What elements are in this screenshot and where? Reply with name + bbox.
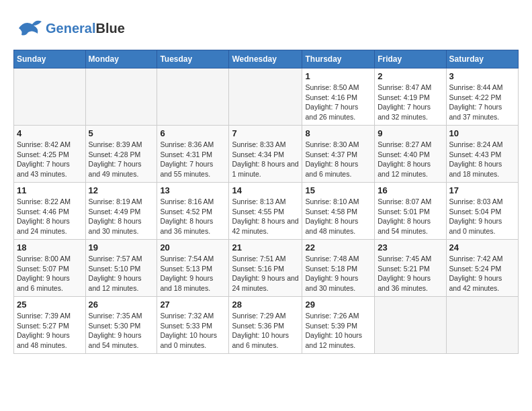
day-info: Sunrise: 8:42 AMSunset: 4:25 PMDaylight:…: [17, 140, 83, 179]
day-info: Sunrise: 8:30 AMSunset: 4:37 PMDaylight:…: [305, 140, 371, 179]
calendar-cell: [85, 68, 157, 126]
calendar-cell: 23Sunrise: 7:45 AMSunset: 5:21 PMDayligh…: [375, 240, 446, 297]
day-info: Sunrise: 7:48 AMSunset: 5:18 PMDaylight:…: [305, 254, 371, 293]
calendar-cell: 10Sunrise: 8:24 AMSunset: 4:43 PMDayligh…: [446, 126, 518, 183]
calendar-cell: 25Sunrise: 7:39 AMSunset: 5:27 PMDayligh…: [14, 297, 86, 354]
day-info: Sunrise: 7:54 AMSunset: 5:13 PMDaylight:…: [160, 254, 226, 293]
calendar-cell: 22Sunrise: 7:48 AMSunset: 5:18 PMDayligh…: [302, 240, 375, 297]
calendar-cell: 7Sunrise: 8:33 AMSunset: 4:34 PMDaylight…: [229, 126, 302, 183]
day-number: 18: [17, 242, 83, 253]
calendar-cell: [157, 68, 229, 126]
day-info: Sunrise: 7:45 AMSunset: 5:21 PMDaylight:…: [378, 254, 443, 293]
day-info: Sunrise: 8:07 AMSunset: 5:01 PMDaylight:…: [378, 197, 443, 236]
day-info: Sunrise: 7:42 AMSunset: 5:24 PMDaylight:…: [449, 254, 515, 293]
day-info: Sunrise: 8:00 AMSunset: 5:07 PMDaylight:…: [17, 254, 83, 293]
calendar-cell: 17Sunrise: 8:03 AMSunset: 5:04 PMDayligh…: [446, 183, 518, 240]
weekday-header-monday: Monday: [85, 50, 157, 68]
logo: GeneralBlue: [13, 13, 125, 43]
calendar-cell: 1Sunrise: 8:50 AMSunset: 4:16 PMDaylight…: [302, 68, 375, 126]
day-number: 29: [305, 300, 371, 310]
day-number: 12: [89, 185, 154, 195]
day-number: 1: [305, 71, 371, 81]
calendar-cell: 6Sunrise: 8:36 AMSunset: 4:31 PMDaylight…: [157, 126, 229, 183]
calendar-cell: 14Sunrise: 8:13 AMSunset: 4:55 PMDayligh…: [229, 183, 302, 240]
day-number: 27: [160, 300, 226, 310]
weekday-header-tuesday: Tuesday: [157, 50, 229, 68]
day-number: 17: [449, 185, 515, 195]
weekday-header-sunday: Sunday: [14, 50, 86, 68]
day-info: Sunrise: 8:19 AMSunset: 4:49 PMDaylight:…: [89, 197, 154, 236]
calendar-cell: 9Sunrise: 8:27 AMSunset: 4:40 PMDaylight…: [375, 126, 446, 183]
day-info: Sunrise: 7:57 AMSunset: 5:10 PMDaylight:…: [89, 254, 154, 293]
calendar-cell: 16Sunrise: 8:07 AMSunset: 5:01 PMDayligh…: [375, 183, 446, 240]
day-info: Sunrise: 8:36 AMSunset: 4:31 PMDaylight:…: [160, 140, 226, 179]
calendar-cell: 11Sunrise: 8:22 AMSunset: 4:46 PMDayligh…: [14, 183, 86, 240]
calendar-cell: 5Sunrise: 8:39 AMSunset: 4:28 PMDaylight…: [85, 126, 157, 183]
day-number: 28: [232, 300, 299, 310]
weekday-header-friday: Friday: [375, 50, 446, 68]
calendar-cell: 24Sunrise: 7:42 AMSunset: 5:24 PMDayligh…: [446, 240, 518, 297]
day-info: Sunrise: 8:44 AMSunset: 4:22 PMDaylight:…: [449, 83, 515, 122]
calendar-week-4: 18Sunrise: 8:00 AMSunset: 5:07 PMDayligh…: [14, 240, 519, 297]
day-number: 15: [305, 185, 371, 195]
day-number: 21: [232, 242, 299, 253]
day-info: Sunrise: 8:03 AMSunset: 5:04 PMDaylight:…: [449, 197, 515, 236]
calendar-cell: [229, 68, 302, 126]
day-number: 13: [160, 185, 226, 195]
day-number: 19: [89, 242, 154, 253]
calendar-cell: 18Sunrise: 8:00 AMSunset: 5:07 PMDayligh…: [14, 240, 86, 297]
weekday-header-wednesday: Wednesday: [229, 50, 302, 68]
day-info: Sunrise: 7:32 AMSunset: 5:33 PMDaylight:…: [160, 311, 226, 351]
calendar-cell: [375, 297, 446, 354]
day-number: 10: [449, 128, 515, 138]
calendar-cell: 19Sunrise: 7:57 AMSunset: 5:10 PMDayligh…: [85, 240, 157, 297]
day-info: Sunrise: 8:10 AMSunset: 4:58 PMDaylight:…: [305, 197, 371, 236]
day-info: Sunrise: 8:24 AMSunset: 4:43 PMDaylight:…: [449, 140, 515, 179]
day-info: Sunrise: 8:50 AMSunset: 4:16 PMDaylight:…: [305, 83, 371, 122]
calendar-cell: 26Sunrise: 7:35 AMSunset: 5:30 PMDayligh…: [85, 297, 157, 354]
day-number: 24: [449, 242, 515, 253]
day-info: Sunrise: 7:29 AMSunset: 5:36 PMDaylight:…: [232, 311, 299, 351]
calendar-cell: 28Sunrise: 7:29 AMSunset: 5:36 PMDayligh…: [229, 297, 302, 354]
calendar-cell: 29Sunrise: 7:26 AMSunset: 5:39 PMDayligh…: [302, 297, 375, 354]
day-info: Sunrise: 8:47 AMSunset: 4:19 PMDaylight:…: [378, 83, 443, 122]
calendar-cell: [446, 297, 518, 354]
calendar-cell: 13Sunrise: 8:16 AMSunset: 4:52 PMDayligh…: [157, 183, 229, 240]
day-info: Sunrise: 8:22 AMSunset: 4:46 PMDaylight:…: [17, 197, 83, 236]
calendar-cell: 15Sunrise: 8:10 AMSunset: 4:58 PMDayligh…: [302, 183, 375, 240]
calendar-cell: 2Sunrise: 8:47 AMSunset: 4:19 PMDaylight…: [375, 68, 446, 126]
day-number: 5: [89, 128, 154, 138]
calendar-header-row: SundayMondayTuesdayWednesdayThursdayFrid…: [14, 50, 519, 68]
day-number: 14: [232, 185, 299, 195]
logo-icon: [13, 13, 43, 43]
day-number: 7: [232, 128, 299, 138]
calendar-cell: 20Sunrise: 7:54 AMSunset: 5:13 PMDayligh…: [157, 240, 229, 297]
day-number: 26: [89, 300, 154, 310]
calendar-cell: 12Sunrise: 8:19 AMSunset: 4:49 PMDayligh…: [85, 183, 157, 240]
calendar-cell: 3Sunrise: 8:44 AMSunset: 4:22 PMDaylight…: [446, 68, 518, 126]
day-number: 11: [17, 185, 83, 195]
day-info: Sunrise: 8:39 AMSunset: 4:28 PMDaylight:…: [89, 140, 154, 179]
day-info: Sunrise: 8:13 AMSunset: 4:55 PMDaylight:…: [232, 197, 299, 236]
logo-text-block: GeneralBlue: [46, 21, 125, 36]
calendar-week-1: 1Sunrise: 8:50 AMSunset: 4:16 PMDaylight…: [14, 68, 519, 126]
calendar-cell: 4Sunrise: 8:42 AMSunset: 4:25 PMDaylight…: [14, 126, 86, 183]
day-number: 22: [305, 242, 371, 253]
day-info: Sunrise: 7:39 AMSunset: 5:27 PMDaylight:…: [17, 311, 83, 351]
day-info: Sunrise: 8:16 AMSunset: 4:52 PMDaylight:…: [160, 197, 226, 236]
day-number: 25: [17, 300, 83, 310]
calendar-cell: 21Sunrise: 7:51 AMSunset: 5:16 PMDayligh…: [229, 240, 302, 297]
calendar-week-3: 11Sunrise: 8:22 AMSunset: 4:46 PMDayligh…: [14, 183, 519, 240]
day-info: Sunrise: 8:27 AMSunset: 4:40 PMDaylight:…: [378, 140, 443, 179]
day-info: Sunrise: 7:51 AMSunset: 5:16 PMDaylight:…: [232, 254, 299, 293]
calendar-week-2: 4Sunrise: 8:42 AMSunset: 4:25 PMDaylight…: [14, 126, 519, 183]
day-number: 23: [378, 242, 443, 253]
day-number: 9: [378, 128, 443, 138]
calendar-week-5: 25Sunrise: 7:39 AMSunset: 5:27 PMDayligh…: [14, 297, 519, 354]
calendar-cell: [14, 68, 86, 126]
day-info: Sunrise: 7:35 AMSunset: 5:30 PMDaylight:…: [89, 311, 154, 351]
day-number: 8: [305, 128, 371, 138]
day-number: 20: [160, 242, 226, 253]
page-header: GeneralBlue: [13, 13, 519, 43]
logo-general: GeneralBlue: [46, 21, 125, 36]
